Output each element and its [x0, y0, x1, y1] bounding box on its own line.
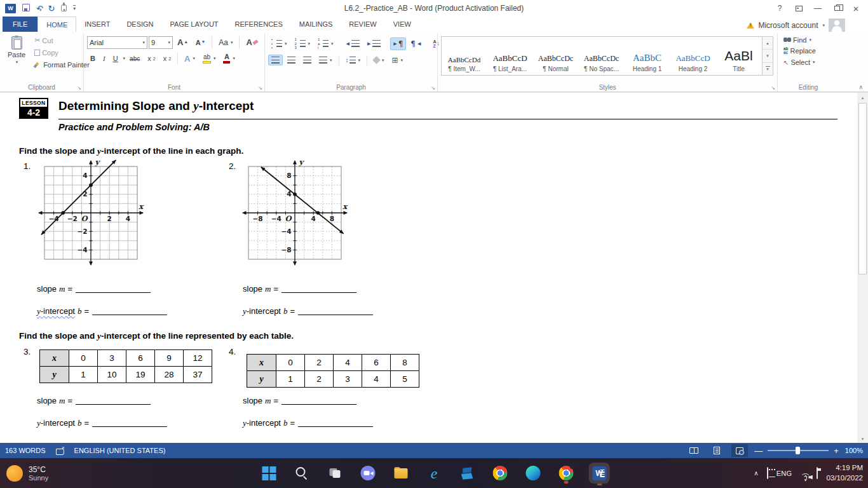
scroll-up-arrow[interactable]: ▲ — [857, 93, 868, 102]
collapse-ribbon-button[interactable]: ∧ — [858, 84, 863, 90]
shrink-font-button[interactable]: A▼ — [193, 37, 208, 48]
find-button[interactable]: Find▾ — [781, 34, 836, 45]
highlight-button[interactable]: ab▾ — [200, 52, 219, 65]
tab-design[interactable]: DESIGN — [118, 17, 161, 32]
touch-mode-button[interactable]: ▾ — [61, 3, 67, 14]
tab-references[interactable]: REFERENCES — [227, 17, 291, 32]
styles-more-button[interactable]: ▼ — [763, 63, 773, 75]
align-center-button[interactable] — [284, 55, 299, 65]
clipboard-dialog-launcher[interactable]: ↘ — [77, 85, 81, 91]
underline-button[interactable]: U — [110, 53, 121, 64]
chrome-button[interactable] — [492, 465, 508, 481]
font-family-select[interactable]: Arial▾ — [87, 36, 147, 49]
redo-button[interactable]: ↻ — [48, 3, 55, 14]
styles-scroll-up-button[interactable]: ▲ — [763, 37, 773, 50]
input-language[interactable]: ENG — [776, 470, 792, 477]
weather-widget[interactable]: 35°CSunny — [6, 465, 48, 482]
zoom-slider[interactable] — [768, 450, 829, 451]
web-layout-button[interactable] — [731, 444, 748, 457]
grow-font-button[interactable]: A▲ — [174, 36, 191, 49]
zoom-slider-thumb[interactable] — [796, 447, 800, 454]
minimize-button[interactable]: — — [808, 1, 827, 15]
clock[interactable]: 4:19 PM 03/10/2022 — [826, 463, 863, 483]
styles-dialog-launcher[interactable]: ↘ — [771, 85, 775, 91]
style-heading-1[interactable]: AaBbCHeading 1 — [625, 37, 670, 75]
strikethrough-button[interactable]: abc — [126, 53, 143, 64]
read-mode-button[interactable] — [686, 444, 702, 457]
microsoft-store-button[interactable] — [459, 465, 475, 481]
underline-dropdown[interactable]: ▾ — [123, 56, 126, 61]
ribbon-display-options-button[interactable] — [789, 1, 808, 15]
style-item-w[interactable]: AaBbCcDd¶ Item_W... — [442, 37, 487, 75]
customize-qat-button[interactable]: ▾ — [73, 5, 76, 11]
start-button[interactable] — [261, 465, 277, 481]
print-layout-button[interactable] — [709, 444, 725, 457]
tab-home[interactable]: HOME — [37, 17, 76, 32]
word-taskbar-button[interactable]: W — [592, 465, 607, 481]
align-right-button[interactable] — [300, 55, 315, 65]
text-effects-button[interactable]: A▾ — [181, 52, 198, 65]
style-no-spacing[interactable]: AaBbCcDc¶ No Spac... — [579, 37, 625, 75]
justify-button[interactable]: ▾ — [316, 55, 336, 65]
save-button[interactable] — [22, 3, 30, 14]
scroll-down-arrow[interactable]: ▼ — [857, 434, 868, 443]
word-count[interactable]: 163 WORDS — [5, 447, 46, 454]
multilevel-list-button[interactable]: 1ai▾ — [315, 36, 337, 52]
tab-mailings[interactable]: MAILINGS — [291, 17, 341, 32]
font-color-button[interactable]: A▾ — [220, 51, 238, 65]
style-title[interactable]: AaBlTitle — [716, 37, 762, 75]
style-normal[interactable]: AaBbCcDc¶ Normal — [533, 37, 579, 75]
tab-review[interactable]: REVIEW — [341, 17, 384, 32]
font-size-select[interactable]: 9▾ — [149, 36, 173, 49]
tab-insert[interactable]: INSERT — [76, 17, 118, 32]
italic-button[interactable]: I — [100, 53, 109, 64]
zoom-in-button[interactable]: + — [834, 447, 839, 455]
zoom-out-button[interactable]: — — [754, 447, 763, 455]
style-heading-2[interactable]: AaBbCcDHeading 2 — [670, 37, 716, 75]
tab-page-layout[interactable]: PAGE LAYOUT — [162, 17, 227, 32]
battery-button[interactable] — [817, 468, 818, 479]
restore-button[interactable] — [827, 1, 846, 15]
close-button[interactable]: × — [846, 1, 865, 15]
touch-keyboard-button[interactable] — [767, 468, 768, 479]
account-area[interactable]: ! Microsoft account ▾ — [747, 18, 845, 32]
help-button[interactable]: ? — [770, 1, 789, 15]
ltr-direction-button[interactable]: ▶¶ — [390, 37, 406, 50]
tray-chevron-button[interactable]: ∧ — [754, 470, 758, 477]
paragraph-dialog-launcher[interactable]: ↘ — [431, 85, 435, 91]
undo-button[interactable]: ↶▾ — [36, 3, 41, 14]
line-spacing-button[interactable]: ↕▾ — [342, 55, 364, 65]
language-indicator[interactable]: ENGLISH (UNITED STATES) — [74, 447, 166, 454]
subscript-button[interactable]: x2 — [144, 53, 158, 64]
borders-button[interactable]: ⊞▾ — [389, 55, 407, 66]
search-button[interactable] — [294, 465, 310, 481]
tab-file[interactable]: FILE — [3, 17, 37, 32]
shading-button[interactable]: ▾ — [370, 55, 388, 65]
task-view-button[interactable] — [327, 465, 343, 481]
font-dialog-launcher[interactable]: ↘ — [258, 85, 262, 91]
numbering-button[interactable]: 123▾ — [292, 36, 314, 52]
vertical-scrollbar[interactable]: ▲ ▼ — [857, 93, 868, 443]
style-list-ara[interactable]: AaBbCcD¶ List_Ara... — [487, 37, 533, 75]
zoom-level[interactable]: 100% — [845, 447, 863, 454]
chrome-profile-button[interactable] — [559, 465, 574, 481]
file-explorer-button[interactable] — [393, 465, 409, 481]
increase-indent-button[interactable]: ▶ — [364, 38, 384, 49]
proofing-errors-icon[interactable] — [56, 447, 64, 454]
rtl-direction-button[interactable]: ¶◀ — [407, 37, 423, 50]
change-case-button[interactable]: Aa▾ — [215, 36, 236, 49]
replace-button[interactable]: abacReplace — [781, 45, 836, 57]
bold-button[interactable]: B — [87, 53, 98, 64]
account-avatar[interactable] — [829, 18, 845, 32]
tab-view[interactable]: VIEW — [385, 17, 419, 32]
scrollbar-thumb[interactable] — [858, 103, 867, 274]
chat-button[interactable] — [360, 465, 376, 481]
clear-formatting-button[interactable]: A — [243, 36, 261, 49]
styles-scroll-down-button[interactable]: ▼ — [763, 50, 773, 62]
bullets-button[interactable]: •••▾ — [268, 36, 290, 52]
paste-button[interactable]: Paste ▾ — [3, 34, 30, 71]
superscript-button[interactable]: x2 — [160, 53, 174, 64]
select-button[interactable]: ↖Select▾ — [781, 57, 836, 68]
internet-explorer-button[interactable]: e — [426, 465, 442, 481]
align-left-button[interactable] — [268, 55, 283, 65]
